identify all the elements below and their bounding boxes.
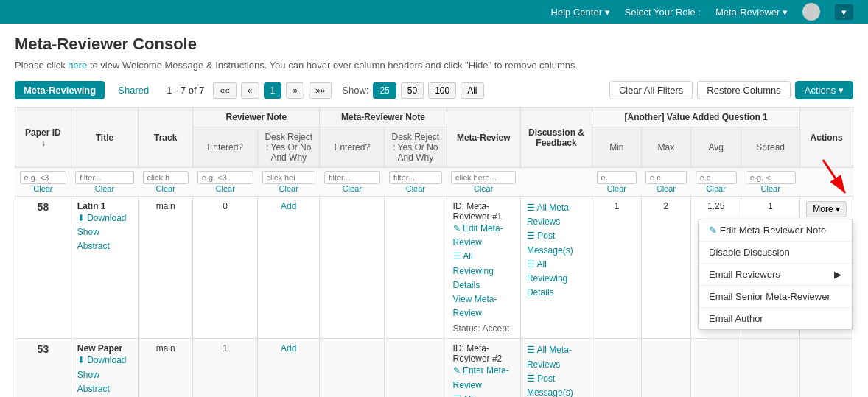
filter-input-paper-id[interactable] <box>20 171 67 184</box>
cell-reviewer-note-53: 1 <box>193 339 258 397</box>
help-center-link[interactable]: Help Center ▾ <box>551 7 610 18</box>
cell-desk-reject2-58 <box>385 197 447 339</box>
filter-input-spread[interactable] <box>746 171 796 184</box>
all-reviewing-details2-link-58[interactable]: ☰ All Reviewing Details <box>527 258 586 301</box>
pagination-first[interactable]: «« <box>213 82 236 99</box>
cell-spread-53 <box>741 339 800 397</box>
list-icon-53: ☰ <box>453 394 461 397</box>
filter-clear-track[interactable]: Clear <box>143 184 189 193</box>
menu-item-email-senior[interactable]: Email Senior Meta-Reviewer <box>699 286 852 308</box>
download-icon-53: ⬇ <box>77 355 85 365</box>
edit-meta-review-link-58[interactable]: ✎ Edit Meta-Review <box>453 222 514 250</box>
menu-item-disable-discussion[interactable]: Disable Discussion <box>699 242 852 264</box>
col-header-meta-reviewer-note: Meta-Reviewer Note <box>320 108 447 127</box>
all-reviewing-details-link-58[interactable]: ☰ All Reviewing Details <box>453 250 514 292</box>
col-subheader-avg: Avg <box>691 127 741 168</box>
menu-item-edit-note[interactable]: ✎ Edit Meta-Reviewer Note <box>699 219 852 242</box>
actions-dropdown-icon: ▾ <box>839 85 844 96</box>
pagination-prev[interactable]: « <box>241 82 259 99</box>
instructions: Please click here to view Welcome Messag… <box>15 60 853 71</box>
filter-meta-review: Clear <box>447 168 520 197</box>
filter-clear-reviewer-note[interactable]: Clear <box>197 184 253 193</box>
col-header-paper-id: Paper ID ↓ <box>15 108 71 168</box>
download-link-58[interactable]: ⬇ Download <box>77 211 132 225</box>
cell-reviewer-note-58: 0 <box>193 197 258 339</box>
filter-min: Clear <box>592 168 642 197</box>
show-25[interactable]: 25 <box>373 82 396 99</box>
pagination-page1[interactable]: 1 <box>264 82 282 99</box>
filter-clear-spread[interactable]: Clear <box>746 184 796 193</box>
filter-clear-desk-reject[interactable]: Clear <box>324 184 380 193</box>
filter-clear-min[interactable]: Clear <box>597 184 637 193</box>
tab-meta-reviewing[interactable]: Meta-Reviewing <box>15 81 105 99</box>
more-button-58[interactable]: More ▾ <box>806 201 847 217</box>
cell-paper-id-53: 53 <box>15 339 71 397</box>
cell-track-58: main <box>139 197 193 339</box>
all-meta-reviews-link-53[interactable]: ☰ All Meta-Reviews <box>527 343 586 371</box>
filter-input-reviewer-note[interactable] <box>197 171 253 184</box>
cell-max-53 <box>641 339 691 397</box>
col-header-meta-review: Meta-Review <box>447 108 520 168</box>
filter-clear-meta-review[interactable]: Clear <box>451 184 516 193</box>
all-reviewing-details-link-53[interactable]: ☰ All Reviewing Details <box>453 393 514 397</box>
show-all[interactable]: All <box>461 82 483 99</box>
download-link-53[interactable]: ⬇ Download <box>77 354 132 368</box>
cell-actions-58: More ▾ <box>800 197 853 339</box>
filter-clear-paper-id[interactable]: Clear <box>20 184 67 193</box>
filter-max: Clear <box>641 168 691 197</box>
show-50[interactable]: 50 <box>401 82 424 99</box>
filter-input-track[interactable] <box>143 171 189 184</box>
pagination-last[interactable]: »» <box>309 82 332 99</box>
filter-input-desk-reject[interactable] <box>324 171 380 184</box>
cell-entered-53[interactable]: Add <box>258 339 320 397</box>
filter-input-avg[interactable] <box>696 171 737 184</box>
instructions-link[interactable]: here <box>68 60 87 71</box>
filter-input-desk-reject2[interactable] <box>389 171 442 184</box>
filter-desk-reject: Clear <box>320 168 385 197</box>
cell-title-58: Latin 1 ⬇ Download Show Abstract <box>71 197 138 339</box>
role-dropdown-icon: ▾ <box>783 7 788 18</box>
table-row: 58 Latin 1 ⬇ Download Show Abstract main… <box>15 197 853 339</box>
filter-clear-max[interactable]: Clear <box>645 184 687 193</box>
menu-item-email-author[interactable]: Email Author <box>699 308 852 329</box>
filter-input-entered[interactable] <box>262 171 315 184</box>
col-subheader-spread: Spread <box>741 127 800 168</box>
title-text-58: Latin 1 <box>77 201 106 211</box>
show-abstract-link-53[interactable]: Show Abstract <box>77 368 132 396</box>
restore-columns-button[interactable]: Restore Columns <box>697 81 790 99</box>
col-subheader-entered2: Entered? <box>320 127 385 168</box>
all-meta-reviews-link-58[interactable]: ☰ All Meta-Reviews <box>527 201 586 229</box>
cell-entered-58[interactable]: Add <box>258 197 320 339</box>
filter-discussion <box>520 168 592 197</box>
clear-all-filters-button[interactable]: Clear All Filters <box>609 81 693 99</box>
tab-shared[interactable]: Shared <box>109 81 158 99</box>
filter-input-min[interactable] <box>597 171 637 184</box>
filter-clear-entered[interactable]: Clear <box>262 184 315 193</box>
user-menu-button[interactable]: ▾ <box>835 4 853 20</box>
enter-meta-review-link-53[interactable]: ✎ Enter Meta-Review <box>453 364 514 392</box>
pagination-next[interactable]: » <box>286 82 304 99</box>
filter-clear-desk-reject2[interactable]: Clear <box>389 184 442 193</box>
actions-button[interactable]: Actions ▾ <box>795 81 853 99</box>
filter-input-max[interactable] <box>645 171 687 184</box>
filter-clear-avg[interactable]: Clear <box>696 184 737 193</box>
filter-input-title[interactable] <box>75 171 133 184</box>
cell-avg-53 <box>691 339 741 397</box>
edit-icon-58: ✎ <box>453 223 461 233</box>
cell-desk-reject-58 <box>320 197 385 339</box>
show-100[interactable]: 100 <box>428 82 456 99</box>
view-meta-review-link-58[interactable]: View Meta-Review <box>453 292 514 320</box>
role-selector[interactable]: Meta-Reviewer ▾ <box>715 7 788 18</box>
menu-item-email-reviewers[interactable]: Email Reviewers ▶ <box>699 264 852 286</box>
filter-clear-title[interactable]: Clear <box>75 184 133 193</box>
top-navigation: Help Center ▾ Select Your Role : Meta-Re… <box>0 0 868 24</box>
col-subheader-max: Max <box>641 127 691 168</box>
post-messages-link-53[interactable]: ☰ Post Message(s) <box>527 372 586 397</box>
show-abstract-link-58[interactable]: Show Abstract <box>77 225 132 253</box>
main-table: Paper ID ↓ Title Track Reviewer Note Met… <box>15 107 853 397</box>
cell-discussion-58: ☰ All Meta-Reviews ☰ Post Message(s) ☰ A… <box>520 197 592 339</box>
submenu-arrow-icon: ▶ <box>834 269 841 280</box>
filter-input-meta-review[interactable] <box>451 171 516 184</box>
post-messages-link-58[interactable]: ☰ Post Message(s) <box>527 229 586 257</box>
sort-icon-paper-id[interactable]: ↓ <box>42 139 46 147</box>
